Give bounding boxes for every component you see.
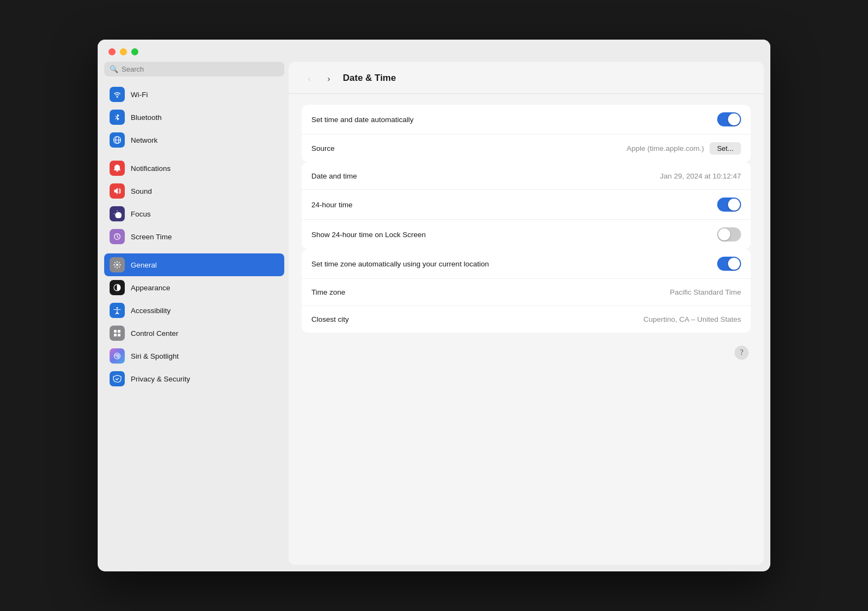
screentime-icon [110,229,125,244]
svg-point-11 [117,355,118,357]
svg-rect-7 [118,330,120,333]
forward-button[interactable]: › [321,71,336,86]
row-closest-city: Closest cityCupertino, CA – United State… [302,306,751,333]
sidebar-item-siri[interactable]: Siri & Spotlight [104,345,284,367]
sidebar-item-label-controlcenter: Control Center [131,329,178,338]
wifi-icon [110,87,125,102]
sidebar-divider [104,248,284,253]
right-closest-city: Cupertino, CA – United States [643,315,741,323]
label-set-auto: Set time and date automatically [311,116,413,124]
sidebar-item-screentime[interactable]: Screen Time [104,225,284,248]
row-source: SourceApple (time.apple.com.)Set... [302,134,751,162]
search-icon: 🔍 [110,65,118,73]
maximize-button[interactable] [131,48,138,55]
sidebar-item-notifications[interactable]: Notifications [104,157,284,180]
sidebar-item-label-screentime: Screen Time [131,233,172,241]
label-auto-timezone: Set time zone automatically using your c… [311,260,489,268]
label-source: Source [311,144,335,152]
right-set-auto [717,112,741,126]
sidebar-divider [104,151,284,157]
sidebar-item-label-general: General [131,261,157,269]
back-button[interactable]: ‹ [302,71,317,86]
toggle-thumb-lockscreen24 [718,228,730,240]
sidebar-item-label-network: Network [131,136,158,144]
window-chrome [98,40,770,55]
toggle-thumb-auto-timezone [728,258,740,270]
section-timezone: Set time zone automatically using your c… [302,249,751,333]
sidebar-item-focus[interactable]: Focus [104,202,284,225]
value-closest-city: Cupertino, CA – United States [643,315,741,323]
right-lockscreen24 [717,227,741,241]
row-date-time: Date and timeJan 29, 2024 at 10:12:47 [302,162,751,189]
sidebar-item-label-focus: Focus [131,210,151,218]
sidebar-item-general[interactable]: General [104,253,284,276]
sidebar-item-network[interactable]: Network [104,129,284,151]
sidebar-item-wifi[interactable]: Wi-Fi [104,83,284,106]
sidebar-item-controlcenter[interactable]: Control Center [104,322,284,345]
svg-rect-9 [118,334,120,336]
right-hour24 [717,198,741,212]
toggle-thumb-hour24 [728,199,740,211]
right-auto-timezone [717,257,741,271]
toggle-set-auto[interactable] [717,112,741,126]
controlcenter-icon [110,326,125,341]
svg-point-5 [117,307,118,309]
right-date-time: Jan 29, 2024 at 10:12:47 [660,172,741,180]
window-body: 🔍 Wi-FiBluetoothNetworkNotificationsSoun… [98,55,770,571]
main-content: ‹ › Date & Time Set time and date automa… [289,62,764,565]
row-hour24: 24-hour time [302,189,751,219]
button-source[interactable]: Set... [710,142,741,155]
minimize-button[interactable] [120,48,127,55]
section-auto-time: Set time and date automaticallySourceApp… [302,105,751,162]
sidebar-item-accessibility[interactable]: Accessibility [104,299,284,322]
bluetooth-icon [110,110,125,125]
general-icon [110,257,125,272]
main-header: ‹ › Date & Time [289,62,764,94]
focus-icon [110,206,125,221]
label-hour24: 24-hour time [311,201,353,209]
search-input[interactable] [122,65,279,73]
sidebar-item-label-notifications: Notifications [131,164,171,173]
main-scroll: Set time and date automaticallySourceApp… [289,94,764,565]
page-title: Date & Time [343,73,396,84]
help-row: ? [302,341,751,360]
help-button[interactable]: ? [735,346,749,360]
sidebar-items-container: Wi-FiBluetoothNetworkNotificationsSoundF… [104,83,284,390]
value-timezone-val: Pacific Standard Time [670,288,741,296]
value-date-time: Jan 29, 2024 at 10:12:47 [660,172,741,180]
settings-sections: Set time and date automaticallySourceApp… [302,105,751,333]
sidebar: 🔍 Wi-FiBluetoothNetworkNotificationsSoun… [104,62,289,565]
main-window: 🔍 Wi-FiBluetoothNetworkNotificationsSoun… [98,40,770,571]
sidebar-item-bluetooth[interactable]: Bluetooth [104,106,284,129]
sidebar-item-privacy[interactable]: Privacy & Security [104,367,284,390]
svg-rect-6 [114,330,117,333]
sidebar-item-label-bluetooth: Bluetooth [131,113,162,122]
row-timezone-val: Time zonePacific Standard Time [302,278,751,306]
sound-icon [110,183,125,199]
toggle-auto-timezone[interactable] [717,257,741,271]
search-bar[interactable]: 🔍 [104,62,284,77]
sidebar-item-sound[interactable]: Sound [104,180,284,202]
row-auto-timezone: Set time zone automatically using your c… [302,249,751,278]
toggle-thumb-set-auto [728,113,740,125]
toggle-lockscreen24[interactable] [717,227,741,241]
right-source: Apple (time.apple.com.)Set... [627,142,741,155]
appearance-icon [110,280,125,295]
close-button[interactable] [108,48,116,55]
right-timezone-val: Pacific Standard Time [670,288,741,296]
label-lockscreen24: Show 24-hour time on Lock Screen [311,231,426,239]
siri-icon [110,348,125,364]
row-lockscreen24: Show 24-hour time on Lock Screen [302,219,751,249]
sidebar-item-label-privacy: Privacy & Security [131,375,190,383]
toggle-hour24[interactable] [717,198,741,212]
sidebar-item-label-appearance: Appearance [131,284,170,292]
accessibility-icon [110,303,125,318]
row-set-auto: Set time and date automatically [302,105,751,134]
sidebar-item-label-siri: Siri & Spotlight [131,352,179,360]
sidebar-item-label-accessibility: Accessibility [131,307,171,315]
section-time-display: Date and timeJan 29, 2024 at 10:12:4724-… [302,162,751,249]
sidebar-item-label-sound: Sound [131,187,152,195]
label-date-time: Date and time [311,172,357,180]
traffic-lights [108,48,138,55]
sidebar-item-appearance[interactable]: Appearance [104,276,284,299]
